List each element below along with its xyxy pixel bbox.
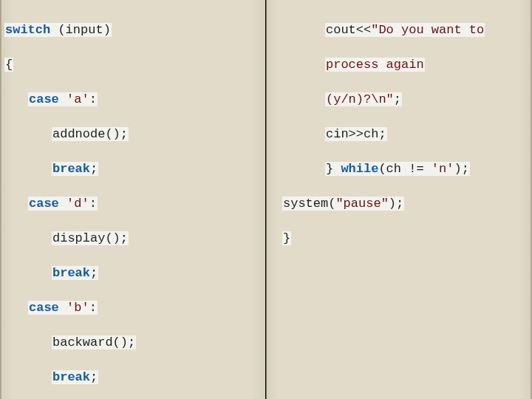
switch-rest: (input) [50, 23, 111, 37]
left-code-block: switch (input) { case 'a': addnode(); br… [4, 4, 263, 399]
char-n: 'n' [432, 162, 454, 176]
kw-break-a: break [52, 162, 90, 176]
cout: cout<< [326, 23, 371, 37]
str3: (y/n)?\n" [326, 92, 394, 106]
two-page-spread: switch (input) { case 'a': addnode(); br… [0, 0, 532, 399]
call-addnode: addnode(); [52, 127, 129, 141]
right-code-block: cout<<"Do you want to process again (y/n… [270, 4, 529, 282]
right-column: cout<<"Do you want to process again (y/n… [266, 0, 532, 399]
call-backward: backward(); [52, 335, 136, 349]
colon-a: : [89, 92, 97, 106]
semi-a: ; [90, 162, 98, 176]
semi-b: ; [90, 370, 98, 384]
kw-case-b: case [29, 301, 59, 315]
kw-switch: switch [5, 23, 50, 37]
kw-break-b: break [52, 370, 90, 384]
colon-b: : [89, 301, 97, 315]
system-open: system( [283, 197, 335, 211]
char-d: 'd' [66, 197, 89, 211]
brace-before-while: } [326, 162, 341, 176]
while-cond-close: ); [454, 162, 468, 176]
call-display: display(); [52, 231, 129, 245]
kw-case-d: case [29, 197, 59, 211]
semi-d: ; [90, 266, 98, 280]
colon-d: : [89, 197, 97, 211]
kw-while: while [341, 162, 378, 176]
open-brace: { [4, 58, 13, 72]
kw-break-d: break [52, 266, 90, 280]
char-b: 'b' [66, 301, 89, 315]
cin-line: cin>>ch; [325, 127, 387, 141]
kw-case-a: case [29, 92, 59, 106]
while-cond-open: (ch != [378, 162, 431, 176]
pause-str: "pause" [335, 197, 388, 211]
char-a: 'a' [66, 92, 89, 106]
left-column: switch (input) { case 'a': addnode(); br… [0, 0, 266, 399]
system-close: ); [389, 197, 403, 211]
str2: process again [325, 58, 425, 72]
str3-semi: ; [394, 92, 401, 106]
str1: "Do you want to [371, 23, 484, 37]
close-brace-right: } [282, 231, 291, 245]
